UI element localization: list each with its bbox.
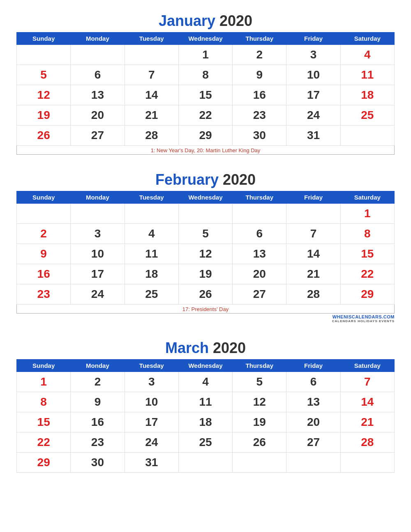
day-cell: 3 [125, 372, 178, 392]
day-cell: 28 [286, 284, 340, 304]
day-cell: 18 [125, 264, 178, 284]
day-cell: 29 [340, 284, 394, 304]
day-cell: 15 [17, 412, 71, 432]
day-cell: 13 [233, 244, 286, 264]
header-saturday: Saturday [340, 33, 394, 45]
day-cell: 10 [286, 65, 340, 85]
header-sunday: Sunday [17, 33, 71, 45]
day-cell: 24 [286, 105, 340, 125]
header-tuesday: Tuesday [125, 33, 178, 45]
day-cell: 20 [233, 264, 286, 284]
day-cell: 8 [178, 65, 232, 85]
day-cell: 4 [340, 45, 394, 65]
day-cell: 22 [178, 105, 232, 125]
header-wednesday: Wednesday [178, 191, 232, 204]
calendar-table-0: SundayMondayTuesdayWednesdayThursdayFrid… [16, 32, 395, 146]
day-cell: 15 [178, 85, 232, 105]
day-cell: 25 [178, 432, 232, 453]
calendar-table-2: SundayMondayTuesdayWednesdayThursdayFrid… [16, 359, 395, 473]
day-cell: 21 [340, 412, 394, 432]
day-cell: 20 [286, 412, 340, 432]
day-cell: 23 [71, 432, 125, 453]
day-cell: 25 [340, 105, 394, 125]
day-cell: 31 [125, 453, 178, 473]
day-cell: 11 [340, 65, 394, 85]
day-cell: 9 [233, 65, 286, 85]
day-cell: 10 [125, 392, 178, 412]
calendar-month-2: March 2020SundayMondayTuesdayWednesdayTh… [16, 335, 395, 473]
day-cell: 7 [125, 65, 178, 85]
day-cell: 6 [233, 224, 286, 244]
day-cell: 7 [340, 372, 394, 392]
day-cell: 14 [286, 244, 340, 264]
day-cell: 28 [125, 125, 178, 146]
day-cell [17, 204, 71, 224]
day-cell: 8 [340, 224, 394, 244]
day-cell [178, 204, 232, 224]
day-cell: 25 [125, 284, 178, 304]
day-cell: 27 [233, 284, 286, 304]
day-cell: 19 [233, 412, 286, 432]
header-saturday: Saturday [340, 360, 394, 372]
day-cell: 18 [340, 85, 394, 105]
day-cell: 7 [286, 224, 340, 244]
day-cell: 22 [17, 432, 71, 453]
day-cell: 17 [286, 85, 340, 105]
holidays-0: 1: New Year's Day, 20: Martin Luther Kin… [16, 146, 395, 155]
day-cell: 23 [17, 284, 71, 304]
day-cell: 11 [178, 392, 232, 412]
day-cell: 9 [71, 392, 125, 412]
day-cell: 28 [340, 432, 394, 453]
day-cell [71, 204, 125, 224]
day-cell: 12 [233, 392, 286, 412]
day-cell [286, 453, 340, 473]
day-cell: 10 [71, 244, 125, 264]
header-thursday: Thursday [233, 33, 286, 45]
day-cell: 24 [125, 432, 178, 453]
day-cell: 17 [71, 264, 125, 284]
day-cell: 17 [125, 412, 178, 432]
day-cell: 29 [178, 125, 232, 146]
day-cell: 16 [233, 85, 286, 105]
day-cell: 1 [17, 372, 71, 392]
day-cell: 16 [71, 412, 125, 432]
header-tuesday: Tuesday [125, 191, 178, 204]
month-title-2: March 2020 [16, 335, 395, 357]
header-monday: Monday [71, 360, 125, 372]
day-cell: 27 [71, 125, 125, 146]
header-friday: Friday [286, 33, 340, 45]
day-cell: 18 [178, 412, 232, 432]
month-title-0: January 2020 [16, 8, 395, 30]
day-cell: 21 [125, 105, 178, 125]
day-cell: 22 [340, 264, 394, 284]
day-cell: 13 [286, 392, 340, 412]
day-cell: 3 [71, 224, 125, 244]
day-cell [340, 125, 394, 146]
header-sunday: Sunday [17, 360, 71, 372]
calendar-table-1: SundayMondayTuesdayWednesdayThursdayFrid… [16, 191, 395, 304]
day-cell: 15 [340, 244, 394, 264]
day-cell: 23 [233, 105, 286, 125]
day-cell: 8 [17, 392, 71, 412]
day-cell [340, 453, 394, 473]
header-wednesday: Wednesday [178, 33, 232, 45]
day-cell: 3 [286, 45, 340, 65]
day-cell: 6 [71, 65, 125, 85]
day-cell [233, 204, 286, 224]
watermark: WHENISCALENDARS.COMCALENDARS HOLIDAYS EV… [16, 314, 395, 323]
day-cell: 9 [17, 244, 71, 264]
day-cell: 12 [17, 85, 71, 105]
day-cell: 21 [286, 264, 340, 284]
day-cell: 29 [17, 453, 71, 473]
holidays-1: 17: Presidents' Day [16, 304, 395, 314]
header-monday: Monday [71, 191, 125, 204]
day-cell: 19 [17, 105, 71, 125]
day-cell: 12 [178, 244, 232, 264]
header-thursday: Thursday [233, 191, 286, 204]
day-cell: 1 [340, 204, 394, 224]
watermark-site: WHENISCALENDARS.COM [332, 314, 395, 319]
calendar-month-0: January 2020SundayMondayTuesdayWednesday… [16, 8, 395, 155]
watermark-sub: CALENDARS HOLIDAYS EVENTS [16, 319, 395, 323]
day-cell: 20 [71, 105, 125, 125]
day-cell: 26 [17, 125, 71, 146]
